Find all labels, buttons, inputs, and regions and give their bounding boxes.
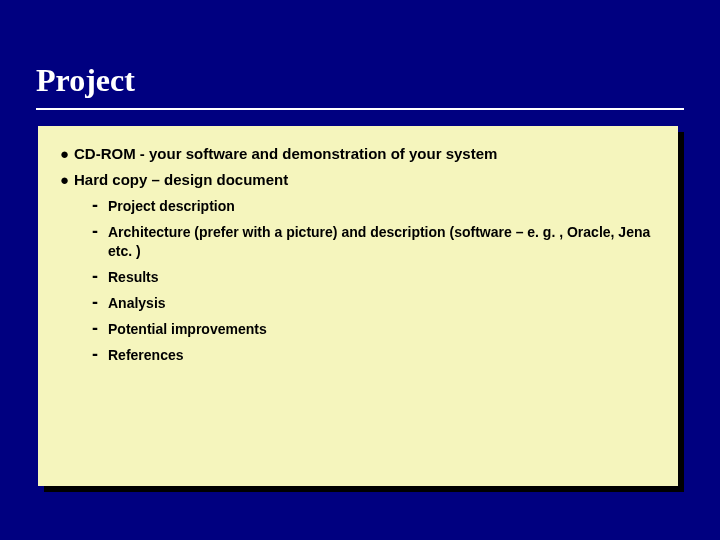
dash-icon: - [92, 222, 108, 240]
content-panel: ● CD-ROM - your software and demonstrati… [38, 126, 678, 486]
slide-title: Project [36, 62, 135, 99]
title-underline [36, 108, 684, 110]
list-item-text: References [108, 345, 184, 365]
dash-icon: - [92, 267, 108, 285]
list-item-text: Architecture (prefer with a picture) and… [108, 222, 656, 261]
list-item: ● CD-ROM - your software and demonstrati… [60, 144, 656, 164]
dash-icon: - [92, 196, 108, 214]
dash-icon: - [92, 345, 108, 363]
list-item: - Analysis [92, 293, 656, 313]
bullet-icon: ● [60, 144, 74, 164]
list-item: - Architecture (prefer with a picture) a… [92, 222, 656, 261]
list-item-text: Potential improvements [108, 319, 267, 339]
list-item: - Potential improvements [92, 319, 656, 339]
slide: Project ● CD-ROM - your software and dem… [0, 0, 720, 540]
sub-list: - Project description - Architecture (pr… [92, 196, 656, 365]
list-item: ● Hard copy – design document [60, 170, 656, 190]
dash-icon: - [92, 293, 108, 311]
list-item-text: Results [108, 267, 159, 287]
list-item-text: Analysis [108, 293, 166, 313]
list-item-text: Project description [108, 196, 235, 216]
list-item: - References [92, 345, 656, 365]
list-item: - Project description [92, 196, 656, 216]
list-item-text: Hard copy – design document [74, 170, 288, 190]
list-item: - Results [92, 267, 656, 287]
list-item-text: CD-ROM - your software and demonstration… [74, 144, 497, 164]
dash-icon: - [92, 319, 108, 337]
bullet-icon: ● [60, 170, 74, 190]
